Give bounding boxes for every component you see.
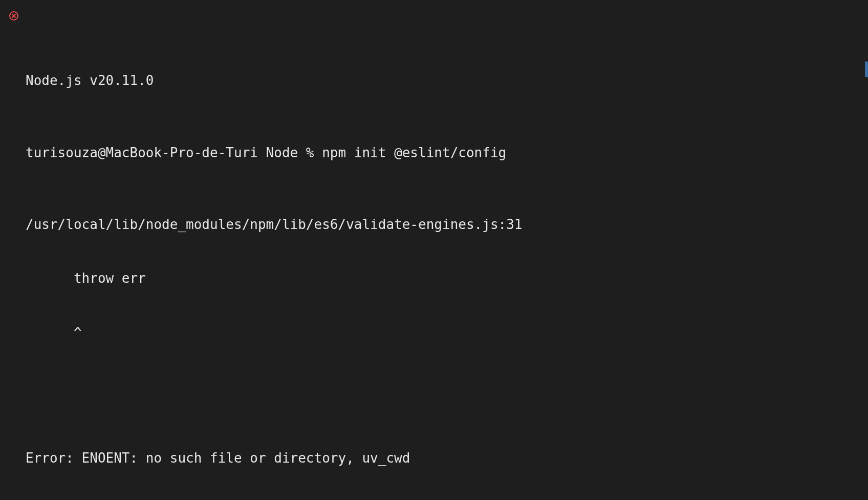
prompt-text: turisouza@MacBook-Pro-de-Turi Node %	[26, 145, 322, 160]
error-header: Error: ENOENT: no such file or directory…	[26, 449, 862, 467]
validate-engines-path: /usr/local/lib/node_modules/npm/lib/es6/…	[26, 216, 862, 234]
blank	[26, 378, 862, 395]
terminal-output: Node.js v20.11.0 turisouza@MacBook-Pro-d…	[0, 0, 868, 500]
throw-err: throw err	[26, 269, 862, 287]
caret: ^	[26, 324, 862, 342]
error-icon	[9, 11, 18, 20]
prompt-line[interactable]: turisouza@MacBook-Pro-de-Turi Node % npm…	[26, 144, 862, 162]
cutoff-line: Node.js v20.11.0	[26, 72, 862, 90]
command-text: npm init @eslint/config	[322, 145, 506, 160]
